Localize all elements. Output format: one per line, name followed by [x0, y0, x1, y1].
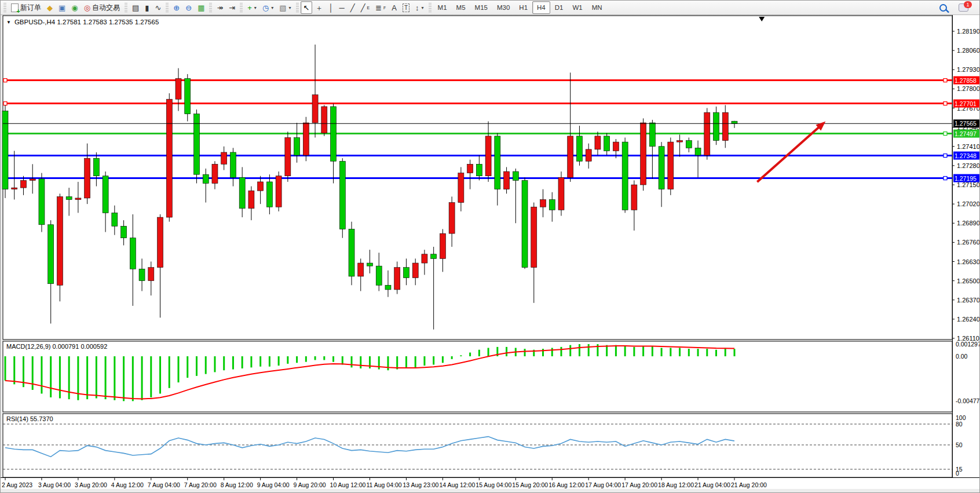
time-axis-label: 17 Aug 04:00 [585, 481, 621, 488]
candle-chart-icon: ▮ [145, 4, 149, 12]
svg-text:1.27800: 1.27800 [957, 85, 980, 92]
timeframe-d1[interactable]: D1 [550, 1, 568, 14]
chart-collapse-icon[interactable]: ▼ [6, 20, 11, 25]
autotrade-button-label: 自动交易 [92, 3, 120, 13]
new-order-button-label: 新订单 [20, 3, 41, 13]
notifications-button[interactable]: 1 [956, 1, 971, 14]
cursor-tool[interactable]: ↖ [301, 1, 313, 14]
hline-icon: ─ [339, 4, 345, 12]
chart-title-text: GBPUSD-,H4 1.27581 1.27583 1.27535 1.275… [14, 19, 159, 25]
toolbar-grip [166, 3, 169, 12]
svg-text:1.27565: 1.27565 [955, 120, 977, 127]
svg-text:1.27701: 1.27701 [955, 100, 977, 107]
text-label-icon: T [403, 3, 409, 12]
time-axis-label: 4 Aug 12:00 [111, 481, 144, 488]
tile-windows-icon: ▦ [198, 4, 204, 12]
time-axis-label: 9 Aug 04:00 [257, 481, 290, 488]
signal-icon: ◉ [71, 4, 78, 12]
crosshair-tool[interactable]: ＋ [312, 1, 326, 14]
channel-tool[interactable]: ╱E [358, 1, 373, 14]
rsi-pane [3, 414, 952, 477]
text-label-tool[interactable]: T [400, 1, 412, 14]
auto-scroll-button[interactable]: ↠ [214, 1, 226, 14]
toolbar-grip [296, 3, 299, 12]
autotrade-button[interactable]: ◎自动交易 [81, 1, 123, 14]
toolbar-grip [240, 3, 243, 12]
toolbar-grip [209, 3, 212, 12]
time-axis-label: 15 Aug 20:00 [512, 481, 548, 488]
svg-text:1.27195: 1.27195 [955, 175, 977, 182]
line-chart-button[interactable]: ∿ [152, 1, 164, 14]
chart-canvas[interactable]: 1.281901.280601.279301.278001.276701.275… [1, 15, 980, 493]
macd-label: MACD(12,26,9) 0.000791 0.000592 [6, 343, 107, 350]
arrows-tool[interactable]: ↕▾ [412, 1, 427, 14]
bar-chart-button[interactable]: ▤ [129, 1, 142, 14]
svg-text:1.27348: 1.27348 [955, 152, 977, 159]
svg-text:1.27020: 1.27020 [957, 200, 980, 207]
timeframe-m15[interactable]: M15 [470, 1, 492, 14]
main-toolbar: +新订单◆▣◉◎自动交易▤▮∿⊕⊖▦↠⇥+▾◷▾▧▾↖＋│─╱╱E≣FAT↕▾M… [1, 1, 979, 15]
chart-title[interactable]: ▼ GBPUSD-,H4 1.27581 1.27583 1.27535 1.2… [6, 19, 159, 25]
zoom-in-icon: ⊕ [173, 4, 180, 12]
fibonacci-icon: ≣ [375, 4, 382, 12]
macd-pane [3, 341, 952, 412]
search-icon [939, 4, 947, 12]
timeframe-h1[interactable]: H1 [514, 1, 532, 14]
timeframe-mn[interactable]: MN [587, 1, 607, 14]
svg-text:1.27410: 1.27410 [957, 143, 980, 150]
toolbar-grip [3, 3, 6, 12]
rsi-label: RSI(14) 55.7370 [6, 415, 53, 422]
svg-text:-0.004777: -0.004777 [956, 397, 980, 404]
time-axis-label: 18 Aug 12:00 [658, 481, 694, 488]
time-axis-label: 15 Aug 04:00 [476, 481, 511, 488]
search-button[interactable] [937, 1, 950, 14]
text-icon: A [392, 4, 397, 12]
time-axis-label: 21 Aug 04:00 [694, 481, 730, 488]
time-axis-label: 8 Aug 12:00 [221, 481, 253, 488]
zoom-out-button[interactable]: ⊖ [182, 1, 195, 14]
svg-text:0: 0 [956, 470, 959, 477]
data-window-button[interactable]: ▣ [56, 1, 68, 14]
hline-tool[interactable]: ─ [337, 1, 348, 14]
candle-chart-button[interactable]: ▮ [142, 1, 152, 14]
templates-button[interactable]: ▧▾ [276, 1, 294, 14]
chart-shift-icon: ⇥ [229, 4, 235, 12]
svg-text:1.27280: 1.27280 [957, 162, 980, 169]
time-axis-label: 7 Aug 20:00 [184, 481, 217, 488]
indicators-button[interactable]: +▾ [244, 1, 259, 14]
chart-shift-button[interactable]: ⇥ [226, 1, 238, 14]
time-axis-label: 14 Aug 12:00 [439, 481, 475, 488]
timeframe-m30[interactable]: M30 [492, 1, 514, 14]
text-tool[interactable]: A [389, 1, 400, 14]
periods-button[interactable]: ◷▾ [259, 1, 276, 14]
tile-windows-button[interactable]: ▦ [195, 1, 207, 14]
timeframe-h4[interactable]: H4 [532, 1, 550, 14]
signal-button[interactable]: ◉ [68, 1, 81, 14]
svg-text:1.26760: 1.26760 [957, 239, 980, 246]
svg-text:1.26240: 1.26240 [957, 316, 980, 323]
time-axis-label: 16 Aug 12:00 [548, 481, 584, 488]
zoom-in-button[interactable]: ⊕ [170, 1, 182, 14]
time-axis-label: 3 Aug 04:00 [38, 481, 71, 488]
svg-text:1.27930: 1.27930 [957, 66, 980, 73]
market-watch-button[interactable]: ◆ [44, 1, 56, 14]
crosshair-icon: ＋ [315, 4, 323, 12]
new-order-icon: + [11, 3, 19, 12]
timeframe-w1[interactable]: W1 [568, 1, 587, 14]
templates-icon: ▧ [279, 4, 286, 12]
timeframe-m5[interactable]: M5 [452, 1, 470, 14]
mt4-window: +新订单◆▣◉◎自动交易▤▮∿⊕⊖▦↠⇥+▾◷▾▧▾↖＋│─╱╱E≣FAT↕▾M… [0, 0, 980, 493]
time-axis-label: 17 Aug 20:00 [621, 481, 657, 488]
toolbar-grip [125, 3, 127, 12]
trendline-tool[interactable]: ╱ [348, 1, 358, 14]
fibonacci-tool[interactable]: ≣F [372, 1, 389, 14]
svg-text:1.26500: 1.26500 [957, 277, 980, 284]
trendline-icon: ╱ [350, 4, 355, 12]
auto-scroll-icon: ↠ [217, 4, 223, 12]
time-axis-label: 11 Aug 04:00 [367, 481, 402, 488]
line-chart-icon: ∿ [155, 4, 161, 12]
timeframe-m1[interactable]: M1 [433, 1, 452, 14]
new-order-button[interactable]: +新订单 [8, 1, 44, 14]
vline-tool[interactable]: │ [326, 1, 336, 14]
svg-text:1.26890: 1.26890 [957, 220, 980, 227]
